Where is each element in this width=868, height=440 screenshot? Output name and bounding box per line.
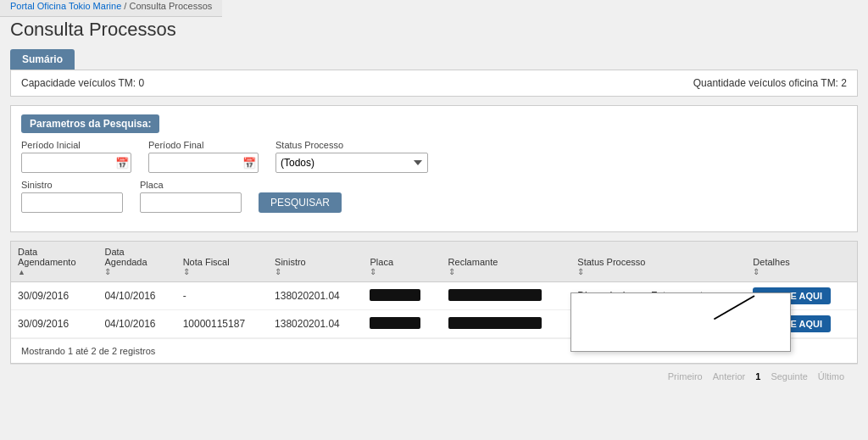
cell-reclamante: [442, 282, 571, 310]
sort-icon-reclamante[interactable]: ⇕: [448, 267, 565, 276]
cell-sinistro: 138020201.04: [268, 282, 363, 310]
col-reclamante: Reclamante ⇕: [442, 242, 571, 282]
col-data-agendamento: Data Agendamento: [11, 242, 97, 282]
page-first[interactable]: Primeiro: [665, 370, 706, 383]
form-row-2: Sinistro 138020201 Placa PESQUISAR: [21, 180, 847, 213]
table-header-row: Data Agendamento Data Agendada ⇕ Nota Fi…: [11, 242, 857, 282]
reclamante-redacted: [448, 289, 542, 301]
cell-sinistro: 138020201.04: [268, 310, 363, 338]
placa-group: Placa: [140, 180, 242, 213]
placa-label: Placa: [140, 180, 242, 190]
sort-icon-agendamento[interactable]: [18, 267, 91, 276]
periodo-inicial-group: Período Inicial 11/08/2016 📅: [21, 140, 131, 173]
cell-nota-fiscal: 10000115187: [176, 310, 268, 338]
placa-redacted: [370, 317, 420, 329]
page-last[interactable]: Último: [815, 370, 848, 383]
search-section: Parametros da Pesquisa: Período Inicial …: [10, 105, 858, 232]
sinistro-label: Sinistro: [21, 180, 123, 190]
sinistro-group: Sinistro 138020201: [21, 180, 123, 213]
cell-placa: [363, 310, 441, 338]
cell-placa: [363, 282, 441, 310]
status-label: Status Processo: [275, 140, 428, 150]
sort-icon-nota-fiscal[interactable]: ⇕: [183, 267, 261, 276]
cell-nota-fiscal: -: [176, 282, 268, 310]
placa-input[interactable]: [140, 192, 242, 213]
pesquisar-button[interactable]: PESQUISAR: [259, 192, 342, 213]
sort-icon-placa[interactable]: ⇕: [370, 267, 434, 276]
cell-reclamante: [442, 310, 571, 338]
status-group: Status Processo (Todos) Disponível para …: [275, 140, 428, 173]
periodo-final-label: Período Final: [148, 140, 259, 150]
capacidade-veiculos: Capacidade veículos TM: 0: [21, 77, 144, 89]
page-title: Consulta Processos: [0, 12, 868, 49]
col-nota-fiscal: Nota Fiscal ⇕: [176, 242, 268, 282]
reclamante-redacted: [448, 317, 542, 329]
cell-data-agendada: 04/10/2016: [97, 310, 175, 338]
cell-data-agendamento: 30/09/2016: [11, 282, 97, 310]
col-detalhes: Detalhes ⇕: [746, 242, 857, 282]
sinistro-input[interactable]: 138020201: [21, 192, 123, 213]
col-placa: Placa ⇕: [363, 242, 441, 282]
sort-icon-status[interactable]: ⇕: [577, 267, 739, 276]
breadcrumb: Portal Oficina Tokio Marine / Consulta P…: [0, 0, 868, 12]
tab-bar: Sumário: [10, 49, 858, 70]
dropdown-popup: [570, 292, 791, 352]
calendario-inicial-icon[interactable]: 📅: [115, 157, 129, 170]
cell-data-agendada: 04/10/2016: [97, 282, 175, 310]
page-prev[interactable]: Anterior: [709, 370, 749, 383]
col-data-agendada: Data Agendada ⇕: [97, 242, 175, 282]
calendario-final-icon[interactable]: 📅: [242, 157, 256, 170]
search-params-label: Parametros da Pesquisa:: [21, 114, 159, 133]
periodo-inicial-label: Período Inicial: [21, 140, 131, 150]
sort-icon-sinistro[interactable]: ⇕: [275, 267, 356, 276]
periodo-final-group: Período Final 10/10/2016 📅: [148, 140, 259, 173]
breadcrumb-portal-link[interactable]: Portal Oficina Tokio Marine: [10, 1, 121, 11]
summary-box: Capacidade veículos TM: 0 Quantidade veí…: [10, 70, 858, 97]
col-sinistro: Sinistro ⇕: [268, 242, 363, 282]
pagination: Primeiro Anterior 1 Seguinte Último: [10, 364, 858, 388]
tab-sumario[interactable]: Sumário: [10, 49, 75, 70]
col-status-processo: Status Processo ⇕: [570, 242, 746, 282]
breadcrumb-current: Consulta Processos: [129, 1, 212, 11]
placa-redacted: [370, 289, 420, 301]
page-current[interactable]: 1: [752, 370, 764, 383]
page-next[interactable]: Seguinte: [767, 370, 810, 383]
status-select[interactable]: (Todos) Disponível para Faturamento Fatu…: [275, 153, 428, 173]
quantidade-veiculos: Quantidade veículos oficina TM: 2: [693, 77, 847, 89]
sort-icon-detalhes[interactable]: ⇕: [753, 267, 850, 276]
cell-data-agendamento: 30/09/2016: [11, 310, 97, 338]
form-row-1: Período Inicial 11/08/2016 📅 Período Fin…: [21, 140, 847, 173]
sort-icon-agendada[interactable]: ⇕: [104, 267, 169, 276]
